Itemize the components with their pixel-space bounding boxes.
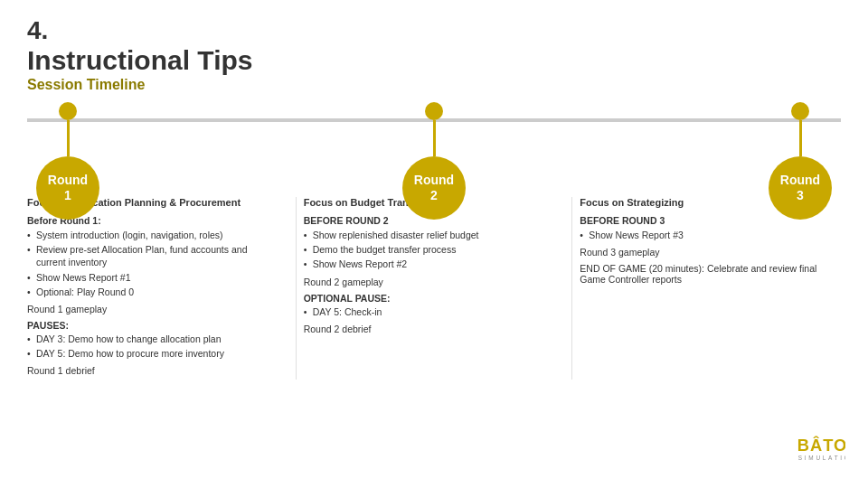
round1-dot-group: Round 1 <box>36 102 99 220</box>
baton-logo: BÂTON SIMULATIONS <box>796 430 845 477</box>
svg-text:SIMULATIONS: SIMULATIONS <box>798 455 845 461</box>
round1-before-item-3: Show News Report #1 <box>27 271 279 284</box>
round2-before-item-1: Show replenished disaster relief budget <box>304 229 556 241</box>
round1-number: 1 <box>64 188 71 203</box>
round1-column: Focus on Allocation Planning & Procureme… <box>27 197 288 380</box>
timeline: Round 1 Round 2 Round 3 <box>27 102 841 192</box>
content-grid: Focus on Allocation Planning & Procureme… <box>27 197 841 380</box>
round3-dot-line <box>799 120 802 156</box>
round2-optional-list: DAY 5: Check-in <box>304 305 556 318</box>
round3-column: Focus on Strategizing BEFORE ROUND 3 Sho… <box>580 197 841 380</box>
round2-before-list: Show replenished disaster relief budget … <box>304 229 556 271</box>
round2-gameplay: Round 2 gameplay <box>304 277 556 287</box>
round2-optional-item-1: DAY 5: Check-in <box>304 305 556 318</box>
round1-before-item-4: Optional: Play Round 0 <box>27 286 279 298</box>
round3-circle: Round 3 <box>769 156 832 220</box>
round2-dot-line <box>433 120 436 156</box>
round2-debrief: Round 2 debrief <box>304 324 556 334</box>
round1-pause-item-2: DAY 5: Demo how to procure more inventor… <box>27 347 279 360</box>
round3-before-item-1: Show News Report #3 <box>580 229 832 241</box>
round2-optional-heading: OPTIONAL PAUSE: <box>304 293 556 304</box>
slide-number: 4. <box>27 18 841 43</box>
round1-pause-item-1: DAY 3: Demo how to change allocation pla… <box>27 333 279 345</box>
round1-before-item-2: Review pre-set Allocation Plan, fund acc… <box>27 243 279 268</box>
round3-before-list: Show News Report #3 <box>580 229 832 241</box>
round1-label: Round <box>48 173 88 188</box>
timeline-dots: Round 1 Round 2 Round 3 <box>27 102 841 220</box>
round1-pauses-list: DAY 3: Demo how to change allocation pla… <box>27 333 279 360</box>
round2-number: 2 <box>430 188 438 203</box>
round1-circle: Round 1 <box>36 156 99 220</box>
round2-column: Focus on Budget Transfers BEFORE ROUND 2… <box>304 197 565 380</box>
round2-dot <box>425 102 443 120</box>
round1-before-list: System introduction (login, navigation, … <box>27 229 279 298</box>
round2-label: Round <box>414 173 454 188</box>
sub-title: Session Timeline <box>27 77 841 93</box>
round2-circle: Round 2 <box>402 156 466 220</box>
round1-dot <box>59 102 77 120</box>
round3-label: Round <box>780 173 820 188</box>
slide-container: 4. Instructional Tips Session Timeline R… <box>0 0 868 488</box>
round1-dot-line <box>67 120 70 156</box>
round2-before-item-3: Show News Report #2 <box>304 258 556 270</box>
round1-before-item-1: System introduction (login, navigation, … <box>27 229 279 241</box>
round2-before-item-2: Demo the budget transfer process <box>304 243 556 256</box>
round3-dot <box>791 102 809 120</box>
round1-debrief: Round 1 debrief <box>27 365 279 376</box>
round3-dot-group: Round 3 <box>769 102 832 220</box>
round1-pauses-heading: PAUSES: <box>27 320 279 331</box>
divider-2 <box>571 197 572 380</box>
round1-gameplay: Round 1 gameplay <box>27 304 279 314</box>
main-title: Instructional Tips <box>27 45 841 75</box>
round3-number: 3 <box>797 188 804 203</box>
round3-gameplay: Round 3 gameplay <box>580 247 832 258</box>
divider-1 <box>296 197 297 380</box>
round2-dot-group: Round 2 <box>402 102 466 220</box>
svg-text:BÂTON: BÂTON <box>797 436 845 455</box>
logo-area: BÂTON SIMULATIONS <box>796 430 845 477</box>
round3-end-game: END OF GAME (20 minutes): Celebrate and … <box>580 263 832 285</box>
